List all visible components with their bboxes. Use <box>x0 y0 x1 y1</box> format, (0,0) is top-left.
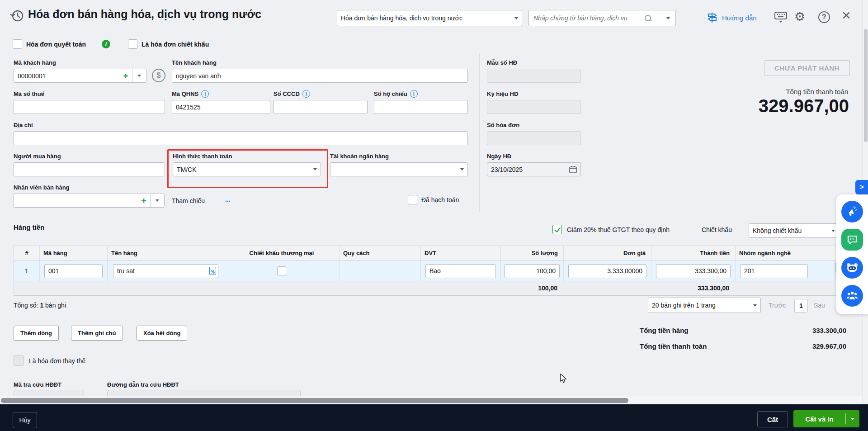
row-name-cell: % <box>108 261 224 281</box>
invoice-number-input <box>487 131 581 145</box>
row-industry-cell <box>736 261 840 281</box>
save-button[interactable]: Cất <box>757 411 788 427</box>
template-input <box>487 69 581 83</box>
customer-code-dropdown[interactable] <box>132 69 146 82</box>
bank-account-select[interactable] <box>330 162 468 176</box>
info-icon[interactable]: i <box>201 90 209 98</box>
discount-mode-label: Chiết khấu <box>702 226 732 233</box>
goods-total-label: Tổng tiền hàng <box>640 327 688 334</box>
row-spec-cell[interactable] <box>340 261 421 281</box>
pager-next[interactable]: Sau <box>814 302 825 309</box>
address-input[interactable] <box>14 131 468 145</box>
chat-support-button[interactable] <box>841 229 863 251</box>
calendar-icon[interactable] <box>569 166 577 173</box>
goods-total-value: 333.300,00 <box>812 327 846 334</box>
chevron-down-icon <box>666 17 670 19</box>
percent-doc-icon[interactable]: % <box>209 267 216 275</box>
history-icon[interactable] <box>10 9 24 23</box>
save-print-button[interactable]: Cất và In <box>793 410 859 427</box>
announcement-button[interactable] <box>841 201 863 223</box>
reference-more-link[interactable]: ... <box>225 196 231 203</box>
item-qty-input[interactable] <box>505 264 560 278</box>
serial-input <box>487 100 581 114</box>
settlement-checkbox[interactable] <box>13 39 22 49</box>
sales-staff-label: Nhân viên bán hàng <box>14 184 70 191</box>
buyer-input[interactable] <box>14 162 165 176</box>
item-unit-input[interactable] <box>425 264 496 278</box>
vat-reduce-checkbox[interactable] <box>552 225 562 234</box>
passport-input[interactable] <box>374 100 468 114</box>
search-box[interactable] <box>528 10 676 26</box>
add-note-button[interactable]: Thêm ghi chú <box>71 326 123 341</box>
chevron-right-icon: > <box>859 183 863 191</box>
invoice-date-input[interactable]: 23/10/2025 <box>487 162 581 176</box>
row-qty-cell <box>501 261 564 281</box>
replacement-label: Là hóa đơn thay thế <box>29 357 85 365</box>
trade-discount-checkbox[interactable] <box>277 266 286 275</box>
replacement-checkbox[interactable] <box>14 355 24 366</box>
col-header-trade-discount: Chiết khấu thương mại <box>224 246 340 261</box>
save-print-dropdown[interactable] <box>846 418 859 420</box>
info-icon[interactable]: i <box>102 40 110 48</box>
item-price-input[interactable] <box>568 264 646 278</box>
customer-name-input[interactable] <box>172 69 468 83</box>
bank-account-label: Tài khoản ngân hàng <box>330 153 389 160</box>
mouse-cursor <box>560 374 569 384</box>
page-size-select[interactable]: 20 bản ghi trên 1 trang <box>648 298 761 313</box>
item-code-input[interactable] <box>44 264 103 278</box>
item-industry-input[interactable] <box>740 264 808 278</box>
qhns-input[interactable] <box>172 100 270 114</box>
payment-method-select[interactable]: TM/CK <box>173 162 321 176</box>
items-title: Hàng tiền <box>14 223 44 231</box>
grand-total-label: Tổng tiền thanh toán <box>786 88 848 95</box>
panel-collapse-tab[interactable]: > <box>855 180 868 194</box>
items-table: # Mã hàng Tên hàng Chiết khấu thương mại… <box>14 246 841 296</box>
discount-mode-select[interactable]: Không chiết khấu <box>749 223 839 238</box>
cccd-label: Số CCCDi <box>274 90 310 98</box>
currency-icon[interactable]: $ <box>152 69 165 82</box>
info-icon[interactable]: i <box>302 90 310 98</box>
cancel-button[interactable]: Hủy <box>13 412 37 428</box>
payment-total-value: 329.967,00 <box>812 342 846 350</box>
payment-total-label: Tổng tiền thanh toán <box>640 342 707 350</box>
discount-invoice-checkbox[interactable] <box>128 39 137 49</box>
gear-icon[interactable]: ⚙ <box>794 9 805 24</box>
help-icon[interactable]: ? <box>818 11 830 23</box>
customer-name-label: Tên khách hàng <box>172 59 217 66</box>
keyboard-icon[interactable] <box>774 11 788 24</box>
tax-code-input[interactable] <box>14 100 165 114</box>
add-staff-icon[interactable]: + <box>137 196 150 205</box>
sales-staff-combo[interactable]: + <box>14 194 165 208</box>
search-icon[interactable] <box>645 15 651 22</box>
pager-prev[interactable]: Trước <box>769 302 786 309</box>
doc-type-value: Hóa đơn bán hàng hóa, dịch vụ trong nước <box>341 14 512 22</box>
item-amount-input[interactable] <box>656 264 731 278</box>
community-button[interactable] <box>841 285 863 307</box>
horizontal-scrollbar-thumb[interactable] <box>1 398 628 403</box>
row-unit-cell <box>421 261 501 281</box>
megaphone-icon <box>847 206 858 217</box>
footer-bar: Hủy Cất Cất và In <box>0 404 868 431</box>
guide-label: Hướng dẫn <box>722 14 757 22</box>
search-dropdown-button[interactable] <box>661 17 675 19</box>
record-count-value: 1 <box>40 302 43 309</box>
item-name-input[interactable] <box>113 264 218 278</box>
posted-checkbox[interactable] <box>408 195 417 204</box>
search-input[interactable] <box>533 14 642 22</box>
ai-assistant-button[interactable] <box>841 257 863 279</box>
pager-page-input[interactable]: 1 <box>794 299 808 313</box>
vertical-scrollbar-thumb[interactable] <box>864 29 868 142</box>
cccd-input[interactable] <box>274 100 368 114</box>
payment-method-label: Hình thức thanh toán <box>173 153 232 160</box>
sales-staff-dropdown[interactable] <box>151 194 164 207</box>
doc-type-select[interactable]: Hóa đơn bán hàng hóa, dịch vụ trong nước <box>337 10 522 26</box>
info-icon[interactable]: i <box>410 90 418 98</box>
clear-rows-button[interactable]: Xóa hết dòng <box>137 326 187 341</box>
customer-code-combo[interactable]: 00000001 + <box>14 69 146 83</box>
add-row-button[interactable]: Thêm dòng <box>14 326 59 341</box>
add-customer-icon[interactable]: + <box>119 71 132 81</box>
close-icon[interactable]: × <box>842 6 851 24</box>
save-print-label: Cất và In <box>793 415 845 423</box>
guide-link[interactable]: Hướng dẫn <box>707 12 757 24</box>
horizontal-scrollbar[interactable] <box>0 396 863 405</box>
